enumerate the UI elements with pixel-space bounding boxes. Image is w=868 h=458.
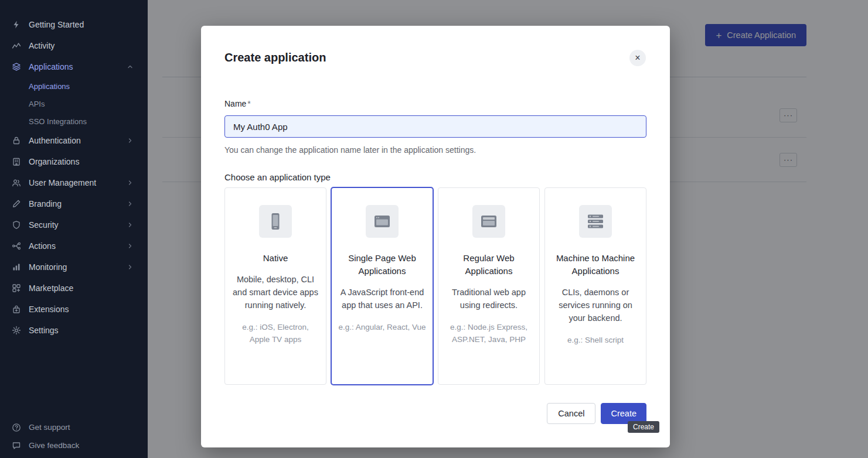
icon-tile	[259, 205, 292, 238]
app-type-card-machine-to-machine[interactable]: Machine to Machine Applications CLIs, da…	[544, 187, 646, 385]
brush-icon	[12, 199, 21, 209]
application-type-label: Choose an application type	[224, 172, 646, 183]
sidebar-item-branding[interactable]: Branding	[0, 193, 148, 214]
sidebar-item-label: Authentication	[29, 136, 81, 145]
card-example: e.g.: Shell script	[552, 334, 639, 346]
icon-tile	[472, 205, 505, 238]
card-description: CLIs, daemons or services running on you…	[552, 286, 639, 324]
icon-tile	[366, 205, 399, 238]
gear-icon	[12, 326, 21, 335]
grid-plus-icon	[12, 283, 21, 293]
sidebar-item-label: Applications	[29, 62, 73, 71]
sidebar-item-label: Actions	[29, 241, 56, 251]
sidebar-item-getting-started[interactable]: Getting Started	[0, 14, 148, 35]
sidebar-item-activity[interactable]: Activity	[0, 35, 148, 56]
mobile-phone-icon	[265, 211, 286, 232]
sidebar-item-label: Branding	[29, 199, 62, 209]
browser-window-icon	[372, 211, 393, 232]
sidebar-item-extensions[interactable]: Extensions	[0, 299, 148, 320]
app-type-card-native[interactable]: Native Mobile, desktop, CLI and smart de…	[224, 187, 326, 385]
sidebar-item-label: Settings	[29, 326, 59, 335]
sidebar-item-label: Monitoring	[29, 262, 67, 272]
chevron-right-icon	[127, 137, 134, 144]
sidebar-item-security[interactable]: Security	[0, 214, 148, 235]
card-title: Regular Web Applications	[445, 252, 533, 278]
card-title: Native	[232, 252, 319, 265]
sidebar-item-applications[interactable]: Applications	[0, 56, 148, 77]
sidebar-item-user-management[interactable]: User Management	[0, 172, 148, 193]
sidebar-item-marketplace[interactable]: Marketplace	[0, 278, 148, 299]
building-icon	[12, 157, 21, 166]
required-asterisk: *	[247, 99, 250, 108]
get-support-label: Get support	[29, 423, 70, 432]
sidebar-item-organizations[interactable]: Organizations	[0, 151, 148, 172]
create-application-modal: Create application × Name* You can chang…	[201, 26, 670, 447]
sidebar-item-authentication[interactable]: Authentication	[0, 130, 148, 151]
give-feedback-label: Give feedback	[29, 441, 79, 450]
card-description: Mobile, desktop, CLI and smart device ap…	[232, 273, 319, 312]
sidebar-item-monitoring[interactable]: Monitoring	[0, 257, 148, 278]
chevron-right-icon	[127, 200, 134, 207]
bar-chart-icon	[12, 262, 21, 272]
close-icon: ×	[635, 53, 640, 63]
shield-icon	[12, 220, 21, 230]
browser-window-icon	[478, 211, 499, 232]
sidebar-item-label: Activity	[29, 41, 55, 50]
apps-stack-icon	[12, 62, 21, 71]
app-type-card-regular-web[interactable]: Regular Web Applications Traditional web…	[438, 187, 540, 385]
card-title: Machine to Machine Applications	[552, 252, 639, 278]
card-example: e.g.: Node.js Express, ASP.NET, Java, PH…	[445, 321, 533, 346]
sidebar-item-label: Security	[29, 220, 59, 230]
chevron-right-icon	[127, 242, 134, 249]
icon-tile	[579, 205, 612, 238]
card-example: e.g.: iOS, Electron, Apple TV apps	[232, 321, 319, 346]
chat-bubble-icon	[12, 441, 21, 450]
users-icon	[12, 178, 21, 187]
sidebar: Getting Started Activity Applications Ap…	[0, 0, 148, 458]
card-example: e.g.: Angular, React, Vue	[338, 321, 426, 333]
name-field-label: Name*	[224, 98, 646, 109]
extensions-icon	[12, 305, 21, 314]
chevron-up-icon	[127, 63, 134, 70]
sidebar-subitem-apis[interactable]: APIs	[0, 95, 148, 112]
sidebar-item-label: Extensions	[29, 305, 69, 314]
app-type-card-single-page[interactable]: Single Page Web Applications A JavaScrip…	[331, 187, 433, 385]
sidebar-subitem-label: Applications	[29, 82, 70, 91]
sidebar-item-label: Marketplace	[29, 283, 73, 293]
sidebar-item-label: Organizations	[29, 157, 79, 166]
flow-branch-icon	[12, 241, 21, 251]
sidebar-footer: Get support Give feedback	[0, 418, 148, 458]
sidebar-subitem-applications[interactable]: Applications	[0, 77, 148, 95]
give-feedback-link[interactable]: Give feedback	[0, 436, 148, 454]
close-button[interactable]: ×	[629, 50, 646, 66]
lightning-icon	[12, 20, 21, 29]
name-helper-text: You can change the application name late…	[224, 145, 646, 155]
chevron-right-icon	[127, 179, 134, 186]
modal-title: Create application	[224, 49, 646, 66]
server-list-icon	[585, 211, 606, 232]
card-title: Single Page Web Applications	[338, 252, 426, 278]
lock-icon	[12, 136, 21, 145]
chevron-right-icon	[127, 221, 134, 228]
card-description: Traditional web app using redirects.	[445, 286, 533, 312]
cancel-button[interactable]: Cancel	[547, 403, 595, 424]
sidebar-subitem-sso-integrations[interactable]: SSO Integrations	[0, 112, 148, 130]
application-type-cards: Native Mobile, desktop, CLI and smart de…	[224, 187, 646, 385]
help-circle-icon	[12, 423, 21, 432]
sidebar-item-label: User Management	[29, 178, 96, 187]
chevron-right-icon	[127, 264, 134, 271]
get-support-link[interactable]: Get support	[0, 418, 148, 436]
sidebar-subitem-label: APIs	[29, 100, 45, 108]
sidebar-item-actions[interactable]: Actions	[0, 235, 148, 257]
sidebar-subitem-label: SSO Integrations	[29, 117, 87, 126]
create-button-tooltip: Create	[628, 421, 659, 433]
modal-footer: Cancel Create	[224, 403, 646, 424]
sidebar-item-settings[interactable]: Settings	[0, 320, 148, 341]
card-description: A JavaScript front-end app that uses an …	[338, 286, 426, 312]
activity-chart-icon	[12, 41, 21, 50]
application-name-input[interactable]	[224, 115, 646, 138]
sidebar-nav: Getting Started Activity Applications Ap…	[0, 0, 148, 341]
sidebar-item-label: Getting Started	[29, 20, 84, 29]
